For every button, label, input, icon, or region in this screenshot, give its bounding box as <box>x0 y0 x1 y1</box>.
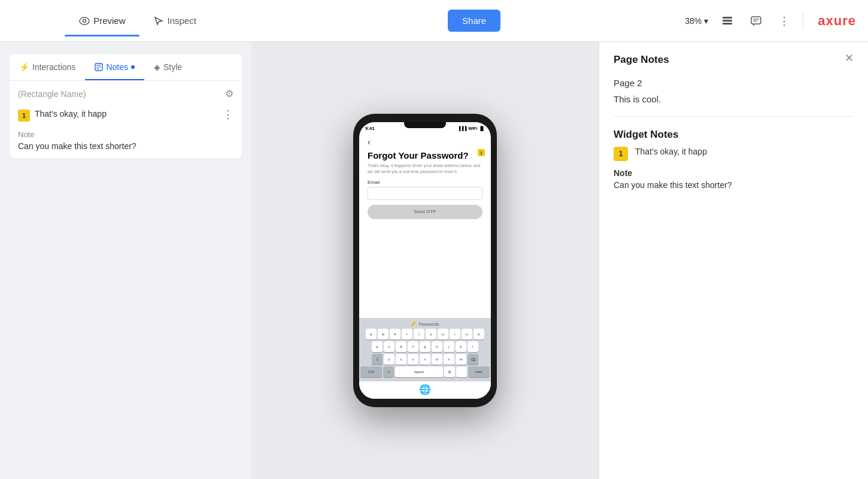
key-shift[interactable]: ⇧ <box>372 354 383 365</box>
note-item: 1 That's okay, it happ ⋮ <box>18 105 233 125</box>
keyboard-header: 🔑 Passwords <box>360 320 490 329</box>
inspect-icon <box>154 16 163 26</box>
key-u[interactable]: u <box>438 329 448 339</box>
key-w[interactable]: w <box>378 329 389 339</box>
name-row: (Rectangle Name) ⚙ <box>18 88 233 99</box>
tab-inspect[interactable]: Inspect <box>139 11 210 31</box>
key-g[interactable]: g <box>420 341 430 352</box>
widget-notes-title: Widget Notes <box>614 129 854 141</box>
svg-rect-6 <box>751 17 761 24</box>
note-label: Note <box>18 130 233 139</box>
key-c[interactable]: c <box>408 354 418 365</box>
comments-icon-button[interactable] <box>746 12 766 30</box>
svg-rect-4 <box>723 20 732 22</box>
wifi-icon: WiFi <box>468 126 477 131</box>
divider <box>803 12 803 30</box>
key-z[interactable]: z <box>384 354 394 365</box>
key-b[interactable]: b <box>432 354 442 365</box>
topbar-center: Share <box>263 10 685 32</box>
keyboard-area: 🔑 Passwords q w e r t y u i o <box>359 318 491 381</box>
key-at[interactable]: @ <box>444 366 455 377</box>
phone-frame: 9:41 ▐▐▐ WiFi ▐▌ ‹ Forgot Your Password?… <box>353 114 497 407</box>
key-r[interactable]: r <box>402 329 412 339</box>
key-row-4: 123 ☺ space @ . next <box>360 366 490 377</box>
forgot-title: Forgot Your Password? 1 <box>368 150 482 160</box>
key-f[interactable]: f <box>408 341 418 352</box>
tab-interactions[interactable]: ⚡ Interactions <box>10 54 85 80</box>
signal-icon: ▐▐▐ <box>457 126 466 131</box>
key-h[interactable]: h <box>432 341 442 352</box>
key-y[interactable]: y <box>426 329 436 339</box>
notes-icon <box>95 63 103 71</box>
key-space[interactable]: space <box>395 366 443 377</box>
page-note-text: This is cool. <box>614 94 854 104</box>
key-row-2: a s d f g h j k l <box>360 341 490 352</box>
tab-preview[interactable]: Preview <box>65 11 139 31</box>
phone-container: 9:41 ▐▐▐ WiFi ▐▌ ‹ Forgot Your Password?… <box>353 114 497 407</box>
email-input[interactable] <box>368 187 482 200</box>
zoom-control[interactable]: 38% ▾ <box>685 16 708 26</box>
key-backspace[interactable]: ⌫ <box>468 354 478 365</box>
more-options-button[interactable]: ⋮ <box>775 11 793 31</box>
note-badge-1: 1 <box>18 110 30 122</box>
key-row-3: ⇧ z x c v b n m ⌫ <box>360 354 490 365</box>
gear-icon[interactable]: ⚙ <box>225 88 233 99</box>
battery-icon: ▐▌ <box>479 126 485 131</box>
key-l[interactable]: l <box>468 341 478 352</box>
key-next[interactable]: next <box>468 366 490 377</box>
key-i[interactable]: i <box>450 329 460 339</box>
key-n[interactable]: n <box>444 354 454 365</box>
rectangle-name: (Rectangle Name) <box>18 89 86 99</box>
phone-notch <box>404 122 446 128</box>
tab-style[interactable]: ◈ Style <box>144 54 192 80</box>
tab-notes[interactable]: Notes <box>85 54 144 80</box>
key-k[interactable]: k <box>456 341 466 352</box>
key-t[interactable]: t <box>414 329 424 339</box>
right-panel: Page Notes ✕ Page 2 This is cool. Widget… <box>599 42 868 479</box>
widget-body: (Rectangle Name) ⚙ 1 That's okay, it hap… <box>10 81 242 158</box>
note-more-button[interactable]: ⋮ <box>223 109 233 120</box>
close-button[interactable]: ✕ <box>845 51 854 65</box>
page-name: Page 2 <box>614 78 854 88</box>
phone-bottom: 🌐 <box>359 381 491 399</box>
key-d[interactable]: d <box>396 341 406 352</box>
share-button[interactable]: Share <box>448 10 500 32</box>
key-s[interactable]: s <box>384 341 394 352</box>
note-sub-label: Note <box>614 168 854 178</box>
note-sub-content: Can you make this text shorter? <box>614 180 854 190</box>
key-emoji[interactable]: ☺ <box>383 366 394 377</box>
key-j[interactable]: j <box>444 341 454 352</box>
key-o[interactable]: o <box>462 329 472 339</box>
key-q[interactable]: q <box>366 329 377 339</box>
axure-logo: axure <box>818 13 856 29</box>
left-panel: ⚡ Interactions Notes ◈ Style <box>0 42 251 479</box>
key-123[interactable]: 123 <box>360 366 382 377</box>
key-dot[interactable]: . <box>456 366 467 377</box>
topbar: Preview Inspect Share 38% ▾ <box>0 0 868 42</box>
key-icon: 🔑 <box>411 322 416 326</box>
topbar-right: 38% ▾ ⋮ axure <box>685 11 856 31</box>
svg-marker-2 <box>155 17 162 25</box>
note-short-text: That's okay, it happ <box>35 109 218 119</box>
preview-area: 9:41 ▐▐▐ WiFi ▐▌ ‹ Forgot Your Password?… <box>251 42 599 479</box>
key-a[interactable]: a <box>372 341 383 352</box>
key-p[interactable]: p <box>474 329 484 339</box>
forgot-description: That's okay, it happens! Enter your emai… <box>368 163 482 175</box>
svg-point-1 <box>83 19 86 22</box>
key-row-1: q w e r t y u i o p <box>360 329 490 339</box>
key-v[interactable]: v <box>420 354 430 365</box>
key-e[interactable]: e <box>390 329 400 339</box>
widget-note-row-1: 1 That's okay, it happ <box>614 147 854 161</box>
lightning-icon: ⚡ <box>19 62 29 72</box>
widget-note-badge-1: 1 <box>614 147 628 161</box>
svg-rect-5 <box>723 23 732 25</box>
key-m[interactable]: m <box>456 354 466 365</box>
pages-icon-button[interactable] <box>718 12 737 30</box>
back-arrow[interactable]: ‹ <box>368 137 482 147</box>
note-marker-1: 1 <box>478 149 485 156</box>
eye-icon <box>79 17 90 25</box>
globe-icon[interactable]: 🌐 <box>419 384 431 395</box>
key-x[interactable]: x <box>396 354 406 365</box>
notes-dot <box>131 65 135 69</box>
send-otp-button[interactable]: Send OTP <box>368 205 482 219</box>
